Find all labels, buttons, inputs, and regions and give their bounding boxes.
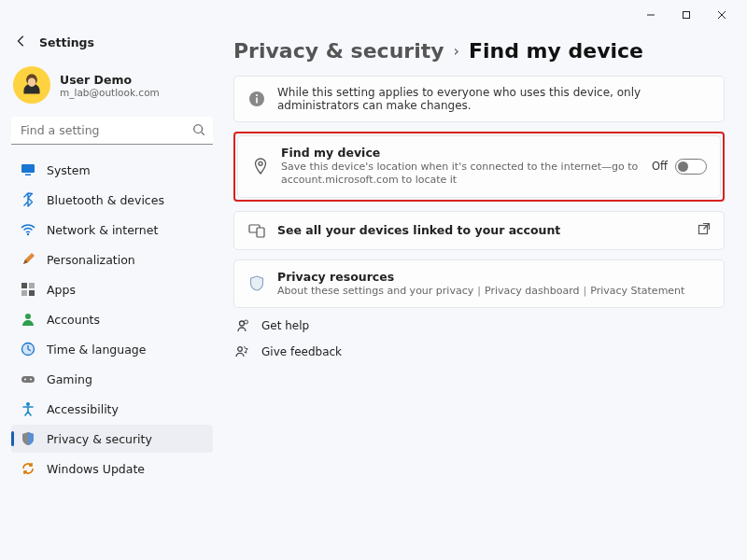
sidebar-item-label: Accessibility	[47, 402, 119, 416]
bluetooth-icon	[21, 192, 35, 207]
search-icon	[192, 122, 205, 140]
link-label: Give feedback	[261, 345, 342, 358]
shield-icon	[21, 431, 35, 446]
toggle-state-label: Off	[652, 160, 668, 173]
svg-rect-9	[25, 175, 31, 176]
back-button[interactable]	[15, 34, 28, 51]
page-title: Find my device	[469, 39, 643, 63]
wifi-icon	[21, 222, 35, 237]
location-device-icon	[251, 157, 270, 175]
svg-point-25	[259, 162, 262, 166]
sidebar-item-label: Privacy & security	[47, 432, 152, 446]
shield-outline-icon	[247, 274, 266, 293]
sidebar-item-label: Bluetooth & devices	[47, 193, 164, 207]
window-close-button[interactable]	[704, 2, 740, 28]
sidebar-item-accounts[interactable]: Accounts	[11, 305, 213, 333]
info-banner-text: While this setting applies to everyone w…	[277, 86, 711, 112]
info-icon	[247, 90, 266, 108]
svg-rect-23	[256, 98, 258, 104]
find-card-title: Find my device	[281, 146, 641, 160]
svg-rect-1	[684, 12, 690, 19]
search-input[interactable]	[11, 117, 213, 145]
help-icon	[233, 317, 250, 334]
svg-point-5	[28, 77, 36, 87]
sidebar-nav: System Bluetooth & devices Network & int…	[11, 156, 213, 483]
sidebar-item-bluetooth[interactable]: Bluetooth & devices	[11, 186, 213, 214]
sidebar-item-label: Apps	[47, 283, 76, 297]
window-minimize-button[interactable]	[633, 2, 669, 28]
svg-point-6	[194, 125, 203, 133]
sidebar-item-time[interactable]: Time & language	[11, 335, 213, 363]
sidebar-item-apps[interactable]: Apps	[11, 275, 213, 303]
find-my-device-card[interactable]: Find my device Save this device's locati…	[237, 135, 721, 198]
sidebar-item-label: Gaming	[47, 372, 92, 386]
svg-point-10	[27, 233, 29, 235]
svg-rect-12	[29, 283, 35, 288]
highlight-box: Find my device Save this device's locati…	[233, 132, 725, 202]
apps-icon	[21, 282, 35, 297]
app-title: Settings	[39, 35, 94, 49]
linked-devices-card[interactable]: See all your devices linked to your acco…	[233, 211, 725, 250]
avatar	[13, 66, 50, 104]
sidebar-item-label: Windows Update	[47, 462, 145, 476]
info-banner: While this setting applies to everyone w…	[233, 76, 725, 122]
chevron-right-icon: ›	[454, 42, 459, 60]
feedback-icon	[233, 343, 250, 360]
svg-rect-18	[21, 376, 35, 383]
sidebar-item-label: System	[47, 163, 91, 177]
link-label: Get help	[261, 319, 309, 332]
sidebar-item-gaming[interactable]: Gaming	[11, 365, 213, 393]
devices-icon	[247, 221, 266, 240]
window-maximize-button[interactable]	[669, 2, 704, 28]
update-icon	[21, 461, 35, 476]
linked-card-title: See all your devices linked to your acco…	[277, 223, 686, 237]
system-icon	[21, 162, 35, 177]
privacy-card-title: Privacy resources	[277, 270, 711, 284]
sidebar-item-network[interactable]: Network & internet	[11, 216, 213, 244]
svg-rect-8	[21, 164, 35, 173]
svg-rect-11	[21, 283, 27, 288]
sidebar-item-label: Personalization	[47, 253, 135, 267]
svg-point-19	[24, 379, 26, 381]
sidebar-item-personalization[interactable]: Personalization	[11, 245, 213, 273]
time-icon	[21, 342, 35, 357]
privacy-resources-card[interactable]: Privacy resources About these settings a…	[233, 259, 725, 308]
profile-email: m_lab@outlook.com	[60, 87, 160, 98]
svg-point-31	[238, 347, 243, 352]
svg-point-21	[26, 402, 30, 406]
give-feedback-link[interactable]: Give feedback	[233, 343, 725, 360]
profile-block[interactable]: User Demo m_lab@outlook.com	[11, 61, 213, 117]
svg-rect-14	[29, 290, 35, 296]
sidebar-item-privacy[interactable]: Privacy & security	[11, 425, 213, 453]
window-titlebar	[0, 0, 747, 30]
account-icon	[21, 312, 35, 327]
sidebar-item-system[interactable]: System	[11, 156, 213, 184]
svg-point-30	[245, 320, 248, 324]
sidebar-item-accessibility[interactable]: Accessibility	[11, 395, 213, 423]
brush-icon	[21, 252, 35, 267]
breadcrumb-parent[interactable]: Privacy & security	[233, 39, 444, 63]
breadcrumb: Privacy & security › Find my device	[233, 39, 725, 63]
find-card-sub: Save this device's location when it's co…	[281, 161, 641, 188]
svg-line-7	[202, 133, 204, 135]
access-icon	[21, 401, 35, 416]
open-external-icon	[698, 222, 711, 238]
svg-point-15	[25, 314, 31, 319]
gaming-icon	[21, 371, 35, 386]
sidebar-item-label: Time & language	[47, 343, 146, 357]
sidebar-item-label: Accounts	[47, 313, 100, 327]
profile-name: User Demo	[60, 73, 160, 87]
privacy-card-sub: About these settings and your privacy|Pr…	[277, 285, 711, 298]
find-my-device-toggle[interactable]	[675, 159, 707, 175]
svg-rect-13	[21, 290, 27, 296]
svg-point-24	[256, 94, 258, 96]
sidebar-item-label: Network & internet	[47, 223, 158, 237]
svg-point-29	[240, 321, 245, 326]
sidebar-item-update[interactable]: Windows Update	[11, 455, 213, 483]
svg-point-20	[30, 379, 32, 381]
svg-rect-27	[257, 228, 264, 237]
get-help-link[interactable]: Get help	[233, 317, 725, 334]
